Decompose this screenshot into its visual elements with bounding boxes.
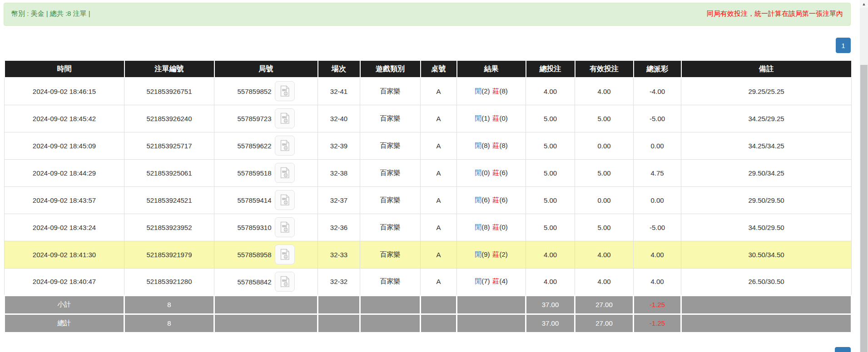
cell-order-no: 521853926751	[124, 78, 214, 105]
column-header-game-type: 遊戲類別	[360, 61, 421, 78]
cell-valid-bet: 4.00	[575, 268, 634, 295]
cell-total-bet-link[interactable]: 5.00	[526, 186, 575, 214]
table-row: 2024-09-02 18:45:09521853925717557859622…	[5, 132, 852, 159]
result-player-score: (1)	[481, 114, 490, 122]
cell-result: 閒(6)莊(6)	[457, 186, 526, 214]
cell-total-bet-link[interactable]: 4.00	[526, 268, 575, 295]
result-banker-label: 莊	[493, 196, 500, 204]
cell-result: 閒(8)莊(8)	[457, 132, 526, 159]
result-banker-label: 莊	[493, 250, 500, 258]
main-content: 幣別 : 美金 | 總共 :8 注單 | 同局有效投注，統一計算在該局第一張注單…	[4, 3, 851, 333]
video-button[interactable]	[275, 108, 295, 128]
cell-remark: 34.25/34.25	[681, 132, 852, 159]
video-button[interactable]	[275, 81, 295, 101]
cell-session: 32-40	[318, 105, 360, 132]
cell-result: 閒(0)莊(6)	[457, 159, 526, 186]
result-banker-score: (6)	[500, 196, 508, 204]
cell-time: 2024-09-02 18:44:29	[5, 159, 124, 186]
page-button-1[interactable]: 1	[836, 38, 851, 53]
cell-payout: 4.00	[634, 241, 681, 268]
video-icon	[278, 166, 291, 179]
column-header-session: 場次	[318, 61, 360, 78]
table-row: 2024-09-02 18:46:15521853926751557859852…	[5, 78, 852, 105]
cell-payout: -5.00	[634, 214, 681, 241]
cell-round-no: 557859852	[214, 78, 318, 105]
cell-valid-bet: 0.00	[575, 186, 634, 214]
cell-total-bet-link[interactable]: 5.00	[526, 105, 575, 132]
result-banker-label: 莊	[493, 169, 500, 176]
page-button-1-bottom[interactable]: 1	[835, 347, 851, 352]
result-player-label: 閒	[475, 142, 481, 149]
video-button[interactable]	[275, 272, 295, 292]
summary-count: 8	[124, 295, 214, 314]
result-banker-score: (8)	[500, 142, 508, 149]
scrollbar-thumb[interactable]	[860, 65, 868, 352]
cell-payout: 0.00	[634, 132, 681, 159]
video-icon	[278, 248, 291, 261]
result-banker-score: (0)	[500, 223, 508, 231]
cell-total-bet-link[interactable]: 4.00	[526, 78, 575, 105]
cell-table-no: A	[421, 268, 457, 295]
cell-result: 閒(8)莊(0)	[457, 214, 526, 241]
cell-total-bet-link[interactable]: 5.00	[526, 132, 575, 159]
summary-empty	[214, 314, 318, 332]
round-no-value: 557859622	[237, 142, 271, 150]
video-icon	[278, 85, 291, 98]
round-no-value: 557859310	[237, 224, 271, 231]
cell-session: 32-33	[318, 241, 360, 268]
summary-empty	[681, 314, 852, 332]
table-body: 2024-09-02 18:46:15521853926751557859852…	[5, 78, 852, 295]
cell-total-bet-link[interactable]: 5.00	[526, 159, 575, 186]
result-player-score: (9)	[481, 250, 490, 258]
cell-order-no: 521853921280	[124, 268, 214, 295]
cell-payout: 0.00	[634, 186, 681, 214]
column-header-round-no: 局號	[214, 61, 318, 78]
column-header-time: 時間	[5, 61, 124, 78]
summary-empty	[360, 314, 421, 332]
video-button[interactable]	[275, 217, 295, 237]
result-player-score: (8)	[481, 142, 490, 149]
summary-row-subtotal: 小計837.0027.00-1.25	[5, 295, 852, 314]
cell-result: 閒(7)莊(4)	[457, 268, 526, 295]
cell-session: 32-39	[318, 132, 360, 159]
cell-payout: -5.00	[634, 105, 681, 132]
cell-remark: 34.25/29.25	[681, 105, 852, 132]
cell-time: 2024-09-02 18:45:09	[5, 132, 124, 159]
round-no-value: 557859414	[237, 196, 271, 204]
result-banker-label: 莊	[493, 142, 500, 149]
cell-remark: 29.25/25.25	[681, 78, 852, 105]
cell-round-no: 557859622	[214, 132, 318, 159]
cell-table-no: A	[421, 214, 457, 241]
video-button[interactable]	[275, 136, 295, 156]
cell-remark: 34.50/29.50	[681, 214, 852, 241]
summary-total-bet: 37.00	[526, 295, 575, 314]
cell-payout: 4.00	[634, 268, 681, 295]
cell-session: 32-37	[318, 186, 360, 214]
cell-time: 2024-09-02 18:43:57	[5, 186, 124, 214]
result-player-label: 閒	[475, 87, 481, 95]
cell-game-type: 百家樂	[360, 268, 421, 295]
video-icon	[278, 194, 291, 206]
cell-total-bet-link[interactable]: 4.00	[526, 241, 575, 268]
scrollbar[interactable]: ▲	[860, 0, 868, 352]
video-button[interactable]	[275, 190, 295, 210]
cell-valid-bet: 4.00	[575, 241, 634, 268]
cell-table-no: A	[421, 159, 457, 186]
result-player-score: (0)	[481, 169, 490, 176]
column-header-total-bet: 總投注	[526, 61, 575, 78]
cell-game-type: 百家樂	[360, 78, 421, 105]
summary-row-total: 總計837.0027.00-1.25	[5, 314, 852, 332]
result-player-label: 閒	[475, 196, 481, 204]
cell-table-no: A	[421, 186, 457, 214]
result-banker-score: (6)	[500, 169, 508, 176]
cell-order-no: 521853925061	[124, 159, 214, 186]
round-no-value: 557859852	[237, 88, 271, 95]
cell-table-no: A	[421, 105, 457, 132]
scroll-up-arrow-icon[interactable]: ▲	[860, 0, 868, 8]
table-row: 2024-09-02 18:45:42521853926240557859723…	[5, 105, 852, 132]
cell-total-bet-link[interactable]: 5.00	[526, 214, 575, 241]
result-player-score: (2)	[481, 87, 490, 95]
video-button[interactable]	[275, 244, 295, 264]
summary-body: 小計837.0027.00-1.25總計837.0027.00-1.25	[5, 295, 852, 332]
video-button[interactable]	[275, 163, 295, 183]
